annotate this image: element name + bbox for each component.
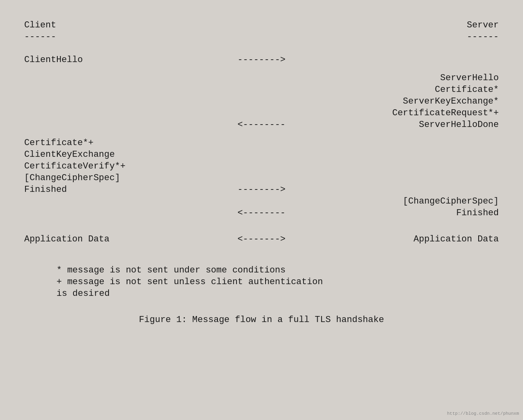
flow-spacer bbox=[24, 227, 499, 233]
flow-arrow-cell bbox=[205, 172, 318, 184]
header-row: Client Server bbox=[24, 20, 499, 30]
diagram-container: Client Server ------ ------ ClientHello-… bbox=[24, 12, 499, 325]
flow-arrow-cell bbox=[205, 107, 318, 119]
flow-client-cell bbox=[24, 72, 205, 84]
flow-spacer bbox=[24, 66, 499, 72]
flow-client-cell: Finished bbox=[24, 184, 205, 195]
flow-client-cell: Application Data bbox=[24, 233, 205, 245]
server-divider: ------ bbox=[467, 32, 499, 42]
flow-row: ServerKeyExchange* bbox=[24, 96, 499, 107]
flow-client-cell bbox=[24, 84, 205, 96]
figure-caption: Figure 1: Message flow in a full TLS han… bbox=[24, 315, 499, 325]
flow-arrow-cell: <-------- bbox=[205, 207, 318, 219]
flow-row: ServerHello bbox=[24, 72, 499, 84]
flow-server-cell: Finished bbox=[318, 207, 499, 219]
flow-arrow-cell: --------> bbox=[205, 184, 318, 195]
flow-table: ClientHello-------->ServerHelloCertifica… bbox=[24, 54, 499, 245]
flow-row: ClientKeyExchange bbox=[24, 149, 499, 160]
flow-arrow-cell bbox=[205, 137, 318, 149]
flow-row: ClientHello--------> bbox=[24, 54, 499, 66]
flow-row: CertificateRequest*+ bbox=[24, 107, 499, 119]
flow-server-cell: CertificateRequest*+ bbox=[318, 107, 499, 119]
flow-arrow-cell: <-------- bbox=[205, 119, 318, 131]
flow-client-cell: ClientHello bbox=[24, 54, 205, 66]
flow-server-cell bbox=[318, 160, 499, 172]
flow-arrow-cell bbox=[205, 149, 318, 160]
note-line: is desired bbox=[56, 289, 499, 299]
flow-server-cell bbox=[318, 172, 499, 184]
flow-row: Certificate* bbox=[24, 84, 499, 96]
server-header: Server bbox=[467, 20, 499, 30]
flow-spacer bbox=[24, 131, 499, 137]
flow-row: Finished--------> bbox=[24, 184, 499, 195]
flow-client-cell: CertificateVerify*+ bbox=[24, 160, 205, 172]
flow-arrow-cell bbox=[205, 72, 318, 84]
flow-client-cell bbox=[24, 119, 205, 131]
flow-server-cell: ServerHelloDone bbox=[318, 119, 499, 131]
flow-row: <--------Finished bbox=[24, 207, 499, 219]
client-header: Client bbox=[24, 20, 56, 30]
flow-row: CertificateVerify*+ bbox=[24, 160, 499, 172]
flow-spacer bbox=[24, 219, 499, 225]
flow-client-cell: ClientKeyExchange bbox=[24, 149, 205, 160]
flow-client-cell bbox=[24, 107, 205, 119]
flow-client-cell: [ChangeCipherSpec] bbox=[24, 172, 205, 184]
flow-server-cell bbox=[318, 184, 499, 195]
flow-server-cell: Application Data bbox=[318, 233, 499, 245]
flow-row: [ChangeCipherSpec] bbox=[24, 195, 499, 207]
flow-server-cell bbox=[318, 149, 499, 160]
watermark: http://blog.csdn.net/phunxm bbox=[447, 411, 519, 416]
flow-server-cell bbox=[318, 137, 499, 149]
flow-server-cell: Certificate* bbox=[318, 84, 499, 96]
divider-row: ------ ------ bbox=[24, 32, 499, 42]
flow-server-cell bbox=[318, 54, 499, 66]
flow-row: Application Data<------->Application Dat… bbox=[24, 233, 499, 245]
flow-arrow-cell bbox=[205, 195, 318, 207]
flow-arrow-cell bbox=[205, 84, 318, 96]
figure-caption-text: Figure 1: Message flow in a full TLS han… bbox=[139, 315, 384, 325]
flow-arrow-cell bbox=[205, 160, 318, 172]
flow-row: Certificate*+ bbox=[24, 137, 499, 149]
client-divider: ------ bbox=[24, 32, 56, 42]
flow-row: [ChangeCipherSpec] bbox=[24, 172, 499, 184]
flow-client-cell bbox=[24, 207, 205, 219]
flow-client-cell bbox=[24, 96, 205, 107]
flow-arrow-cell: <-------> bbox=[205, 233, 318, 245]
flow-server-cell: [ChangeCipherSpec] bbox=[318, 195, 499, 207]
flow-row: <--------ServerHelloDone bbox=[24, 119, 499, 131]
flow-client-cell: Certificate*+ bbox=[24, 137, 205, 149]
flow-client-cell bbox=[24, 195, 205, 207]
flow-arrow-cell: --------> bbox=[205, 54, 318, 66]
flow-arrow-cell bbox=[205, 96, 318, 107]
flow-server-cell: ServerKeyExchange* bbox=[318, 96, 499, 107]
note-line: * message is not sent under some conditi… bbox=[56, 265, 499, 275]
note-line: + message is not sent unless client auth… bbox=[56, 277, 499, 287]
notes-section: * message is not sent under some conditi… bbox=[24, 265, 499, 299]
flow-server-cell: ServerHello bbox=[318, 72, 499, 84]
